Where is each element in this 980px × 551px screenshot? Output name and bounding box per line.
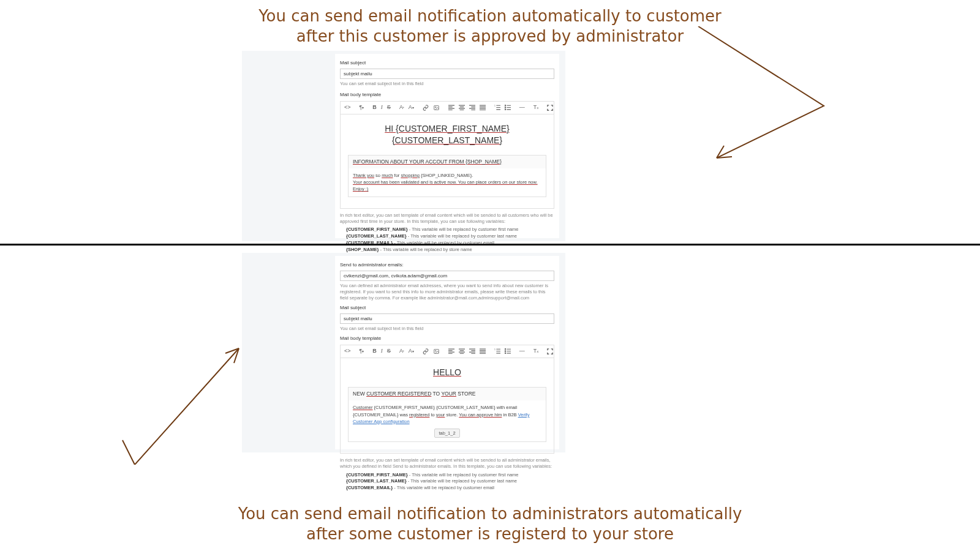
paragraph-style-icon[interactable]: ¶▾ [360,348,364,354]
fullscreen-icon[interactable] [547,105,553,111]
var-item: {CUSTOMER_EMAIL} - This variable will be… [346,485,554,492]
label-mail-body-2: Mail body template [340,335,554,342]
align-left-icon[interactable] [448,105,454,110]
svg-point-4 [505,107,506,108]
code-view-icon[interactable]: <> [344,348,351,354]
svg-point-7 [435,350,435,351]
align-justify-icon[interactable] [480,348,486,354]
email-block-title: INFORMATION ABOUT YOUR ACCOUT FROM {SHOP… [349,156,546,168]
clear-format-icon[interactable]: Tx [533,105,539,110]
var-item: {SHOP_NAME} - This variable will be repl… [346,247,554,253]
bold-icon[interactable]: B [372,105,377,110]
align-justify-icon[interactable] [480,105,486,110]
mail-subject-input[interactable] [340,69,554,79]
link-icon[interactable] [423,348,429,354]
list-bullet-icon[interactable] [505,348,511,354]
image-icon[interactable] [433,348,440,354]
font-size-icon[interactable]: A▾ [409,348,414,354]
chip-tab[interactable]: tab_1_2 [434,429,459,438]
italic-icon[interactable]: I [381,105,383,110]
fullscreen-icon[interactable] [547,348,553,354]
list-bullet-icon[interactable] [505,105,511,110]
var-item: {CUSTOMER_LAST_NAME} - This variable wil… [346,478,554,485]
align-right-icon[interactable] [469,348,475,354]
svg-point-11 [505,353,506,354]
align-left-icon[interactable] [448,348,454,354]
admin-emails-input[interactable] [340,271,554,281]
link-icon[interactable] [423,105,429,111]
var-item: {CUSTOMER_LAST_NAME} - This variable wil… [346,233,554,240]
label-mail-subject: Mail subject [340,60,554,67]
hr-icon[interactable]: — [519,105,525,110]
list-ordered-icon[interactable]: 1 [494,105,500,110]
svg-point-3 [505,105,506,107]
align-right-icon[interactable] [469,105,475,110]
rich-editor-toolbar-2: <> ¶▾ B I S A▪ A▾ 1 [340,345,554,358]
caption-bottom: You can send email notification to admin… [0,504,980,544]
email-block-body: Thank you so much for shopping {SHOP_LIN… [349,168,546,197]
bold-icon[interactable]: B [372,348,377,354]
email-block-title-2: NEW CUSTOMER REGISTERED TO YOUR STORE [349,388,546,400]
align-center-icon[interactable] [459,105,465,110]
hint-subject-2: You can set email subject text in this f… [340,326,554,332]
svg-point-5 [505,109,506,110]
label-mail-subject-2: Mail subject [340,305,554,312]
email-heading-line2: {CUSTOMER_LAST_NAME} [348,135,546,146]
paragraph-style-icon[interactable]: ¶▾ [360,105,364,110]
hr-icon[interactable]: — [519,348,525,354]
caption-top: You can send email notification automati… [0,6,980,46]
font-color-icon[interactable]: A▪ [399,348,404,354]
italic-icon[interactable]: I [381,348,383,354]
svg-point-1 [435,107,435,107]
svg-point-10 [505,351,506,352]
screenshot-admin-email: Send to administrator emails: You can de… [0,253,980,452]
hint-admin-emails: You can defined all administrator email … [340,283,554,301]
hint-subject: You can set email subject text in this f… [340,81,554,87]
strike-icon[interactable]: S [387,105,391,110]
label-mail-body: Mail body template [340,92,554,99]
var-list-short: {CUSTOMER_FIRST_NAME} - This variable wi… [340,472,554,492]
hint-editor-bottom-vars: In rich text editor, you can set templat… [340,457,554,470]
clear-format-icon[interactable]: Tx [533,348,539,354]
image-icon[interactable] [433,105,440,111]
email-heading-line1: HI {CUSTOMER_FIRST_NAME} [348,123,546,135]
font-color-icon[interactable]: A▪ [399,105,404,110]
label-admin-emails: Send to administrator emails: [340,262,554,269]
font-size-icon[interactable]: A▾ [409,105,414,110]
code-view-icon[interactable]: <> [344,105,351,110]
list-ordered-icon[interactable]: 1 [494,348,500,354]
svg-text:1: 1 [494,105,496,107]
email-block-body-2: Customer {CUSTOMER_FIRST_NAME} {CUSTOMER… [349,400,546,441]
strike-icon[interactable]: S [387,348,391,354]
rich-editor-toolbar: <> ¶▾ B I S A▪ A▾ 1 [340,101,554,114]
hint-editor-top-vars: In rich text editor, you can set templat… [340,212,554,225]
var-item: {CUSTOMER_FIRST_NAME} - This variable wi… [346,472,554,479]
email-heading-2: HELLO [348,367,546,378]
svg-point-9 [505,349,506,350]
arrow-top-right [674,26,833,186]
svg-text:1: 1 [494,348,496,351]
arrow-bottom-left [116,330,251,465]
align-center-icon[interactable] [459,348,465,354]
var-item: {CUSTOMER_FIRST_NAME} - This variable wi… [346,227,554,233]
divider [0,244,980,246]
screenshot-customer-email: Mail subject You can set email subject t… [0,51,980,241]
rich-editor-body[interactable]: HI {CUSTOMER_FIRST_NAME} {CUSTOMER_LAST_… [340,114,554,209]
mail-subject-input-2[interactable] [340,313,554,324]
rich-editor-body-2[interactable]: HELLO NEW CUSTOMER REGISTERED TO YOUR ST… [340,358,554,454]
